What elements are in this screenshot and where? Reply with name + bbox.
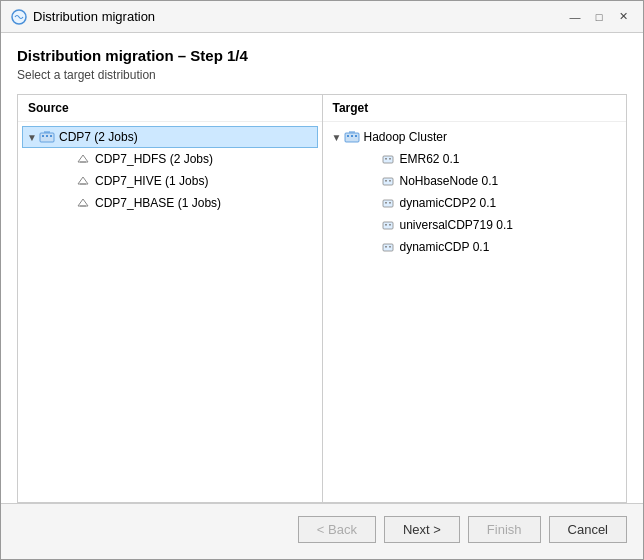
content-area: Distribution migration – Step 1/4 Select… [1, 33, 643, 503]
emr-svg-icon [381, 152, 395, 166]
target-chevron-down-icon: ▼ [330, 132, 344, 143]
window-title: Distribution migration [33, 9, 155, 24]
nohbase-svg-icon [381, 174, 395, 188]
hive-svg-icon [76, 174, 90, 188]
target-universal-label: universalCDP719 0.1 [400, 218, 513, 232]
target-cluster-svg [344, 129, 360, 145]
hbase-svg-icon [76, 196, 90, 210]
target-emr62-label: EMR62 0.1 [400, 152, 460, 166]
dynamic2-icon [380, 195, 396, 211]
title-bar: Distribution migration — □ ✕ [1, 1, 643, 33]
source-cluster-icon [39, 129, 55, 145]
universal-svg-icon [381, 218, 395, 232]
footer-area: < Back Next > Finish Cancel [1, 503, 643, 559]
hive-icon [75, 173, 91, 189]
target-child-nohbase[interactable]: NoHbaseNode 0.1 [345, 170, 623, 192]
source-children: CDP7_HDFS (2 Jobs) CDP7_HIVE (1 Jobs) [22, 148, 318, 214]
target-child-dynamicdcp[interactable]: dynamicCDP 0.1 [345, 236, 623, 258]
title-bar-controls: — □ ✕ [565, 7, 633, 27]
dynamic2-svg-icon [381, 196, 395, 210]
dynamic-svg-icon [381, 240, 395, 254]
target-child-emr62[interactable]: EMR62 0.1 [345, 148, 623, 170]
target-root-label: Hadoop Cluster [364, 130, 447, 144]
svg-rect-16 [385, 180, 387, 182]
wizard-subtitle: Select a target distribution [17, 68, 627, 82]
chevron-down-icon: ▼ [25, 132, 39, 143]
svg-rect-15 [383, 178, 393, 185]
cancel-button[interactable]: Cancel [549, 516, 627, 543]
source-child-hbase[interactable]: CDP7_HBASE (1 Jobs) [40, 192, 318, 214]
title-bar-left: Distribution migration [11, 9, 155, 25]
close-button[interactable]: ✕ [613, 7, 633, 27]
svg-rect-3 [46, 135, 48, 137]
target-panel-body: ▼ Hadoop Cluster [323, 122, 627, 502]
target-cluster-icon [344, 129, 360, 145]
svg-rect-22 [385, 224, 387, 226]
minimize-button[interactable]: — [565, 7, 585, 27]
target-children: EMR62 0.1 NoHbaseNode 0. [327, 148, 623, 258]
target-panel: Target ▼ [323, 95, 627, 502]
svg-rect-19 [385, 202, 387, 204]
svg-rect-1 [40, 133, 54, 142]
dialog-window: Distribution migration — □ ✕ Distributio… [0, 0, 644, 560]
source-hdfs-label: CDP7_HDFS (2 Jobs) [95, 152, 213, 166]
svg-rect-2 [42, 135, 44, 137]
emr62-icon [380, 151, 396, 167]
target-panel-header: Target [323, 95, 627, 122]
source-child-hdfs[interactable]: CDP7_HDFS (2 Jobs) [40, 148, 318, 170]
source-panel: Source ▼ [18, 95, 323, 502]
svg-rect-13 [385, 158, 387, 160]
svg-rect-23 [389, 224, 391, 226]
target-child-dynamicdcp2[interactable]: dynamicCDP2 0.1 [345, 192, 623, 214]
svg-rect-25 [385, 246, 387, 248]
svg-rect-8 [345, 133, 359, 142]
source-root-item[interactable]: ▼ CDP7 (2 Jobs) [22, 126, 318, 148]
target-nohbase-label: NoHbaseNode 0.1 [400, 174, 499, 188]
svg-rect-20 [389, 202, 391, 204]
universal-icon [380, 217, 396, 233]
node-svg-icon [76, 152, 90, 166]
svg-rect-4 [50, 135, 52, 137]
svg-rect-17 [389, 180, 391, 182]
target-dynamic-label: dynamicCDP 0.1 [400, 240, 490, 254]
dynamic-icon [380, 239, 396, 255]
next-button[interactable]: Next > [384, 516, 460, 543]
target-child-universal[interactable]: universalCDP719 0.1 [345, 214, 623, 236]
maximize-button[interactable]: □ [589, 7, 609, 27]
svg-rect-12 [383, 156, 393, 163]
back-button[interactable]: < Back [298, 516, 376, 543]
svg-rect-18 [383, 200, 393, 207]
source-hive-label: CDP7_HIVE (1 Jobs) [95, 174, 208, 188]
svg-rect-9 [347, 135, 349, 137]
hdfs-icon [75, 151, 91, 167]
source-child-hive[interactable]: CDP7_HIVE (1 Jobs) [40, 170, 318, 192]
svg-rect-11 [355, 135, 357, 137]
svg-rect-26 [389, 246, 391, 248]
nohbase-icon [380, 173, 396, 189]
window-icon [11, 9, 27, 25]
target-dynamic2-label: dynamicCDP2 0.1 [400, 196, 497, 210]
cluster-svg-icon [39, 129, 55, 145]
source-root-label: CDP7 (2 Jobs) [59, 130, 138, 144]
svg-rect-24 [383, 244, 393, 251]
panels-container: Source ▼ [17, 94, 627, 503]
source-panel-header: Source [18, 95, 322, 122]
source-hbase-label: CDP7_HBASE (1 Jobs) [95, 196, 221, 210]
svg-rect-21 [383, 222, 393, 229]
source-panel-body: ▼ CDP7 (2 Jobs) [18, 122, 322, 502]
target-root-item[interactable]: ▼ Hadoop Cluster [327, 126, 623, 148]
hbase-icon [75, 195, 91, 211]
svg-rect-14 [389, 158, 391, 160]
wizard-title: Distribution migration – Step 1/4 [17, 47, 627, 64]
finish-button[interactable]: Finish [468, 516, 541, 543]
svg-rect-10 [351, 135, 353, 137]
